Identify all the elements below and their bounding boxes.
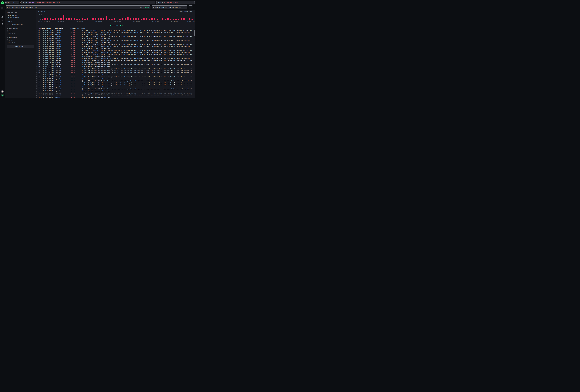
row-expand-chevron-icon[interactable] <box>36 60 37 61</box>
row-expand-chevron-icon[interactable] <box>36 40 37 41</box>
table-row[interactable]: Jun 11 1:55:51.448 PMpaymenterrorVisa ca… <box>36 74 193 76</box>
table-row[interactable]: Jun 11 1:56:42.995 PMpaymenterrorVisa ca… <box>36 37 193 39</box>
table-row[interactable]: Jun 11 1:55:59.767 PMfrontenderror× {"co… <box>36 68 193 70</box>
row-expand-chevron-icon[interactable] <box>36 72 37 73</box>
row-expand-chevron-icon[interactable] <box>36 48 37 49</box>
query-language-toggle[interactable]: SQL | Lucene <box>140 6 149 8</box>
mode-results-table[interactable]: Results Table <box>7 14 34 16</box>
row-expand-chevron-icon[interactable] <box>36 62 37 63</box>
language-option-sql[interactable]: SQL <box>140 6 142 8</box>
row-expand-chevron-icon[interactable] <box>36 82 37 83</box>
table-row[interactable]: Jun 11 1:54:52.241 PMpaymenterrorVisa ca… <box>36 96 193 98</box>
table-row[interactable]: Jun 11 1:56:51.980 PMfrontenderror{"code… <box>36 31 193 33</box>
app-logo-icon[interactable] <box>1 1 3 4</box>
table-row[interactable]: Jun 11 1:55:16.300 PMfrontenderror{"code… <box>36 88 193 90</box>
dashboards-icon[interactable] <box>1 26 3 28</box>
help-button[interactable]: ? <box>1 90 4 93</box>
row-expand-chevron-icon[interactable] <box>36 56 37 57</box>
column-timestamp[interactable]: Timestamp (Local) <box>38 28 55 29</box>
source-settings-gear-icon[interactable]: ⚙ <box>20 1 21 4</box>
row-expand-chevron-icon[interactable] <box>36 52 37 53</box>
order-by-input[interactable]: ORDER BY TimestampTime DESC <box>156 1 195 4</box>
column-options-icon[interactable]: ⁞ <box>193 27 195 29</box>
table-row[interactable]: Jun 11 1:55:16.296 PMpaymenterrorVisa ca… <box>36 86 193 88</box>
row-expand-chevron-icon[interactable] <box>36 91 37 92</box>
row-expand-chevron-icon[interactable] <box>36 42 37 43</box>
load-more-severitytext[interactable]: Load more <box>7 33 34 35</box>
column-servicename[interactable]: ServiceName <box>55 28 71 29</box>
table-row[interactable]: Jun 11 1:56:38.542 PMfrontenderror× {"co… <box>36 43 193 45</box>
row-expand-chevron-icon[interactable] <box>36 76 37 77</box>
table-row[interactable]: Jun 11 1:56:03.248 PMpaymenterrorVisa ca… <box>36 62 193 64</box>
row-expand-chevron-icon[interactable] <box>36 80 37 81</box>
row-expand-chevron-icon[interactable] <box>36 34 37 35</box>
language-option-lucene[interactable]: Lucene <box>145 6 149 8</box>
row-expand-chevron-icon[interactable] <box>36 66 37 67</box>
filter-option-checkout[interactable]: checkout <box>7 39 34 41</box>
table-row[interactable]: Jun 11 1:56:38.534 PMpaymenterrorVisa ca… <box>36 41 193 43</box>
chart-explorer-icon[interactable] <box>1 20 3 21</box>
row-expand-chevron-icon[interactable] <box>36 36 37 37</box>
table-row[interactable]: Jun 11 1:55:59.765 PMfrontenderror{"code… <box>36 70 193 72</box>
search-input[interactable] <box>7 6 139 8</box>
table-row[interactable]: Jun 11 1:56:03.252 PMfrontenderror{"code… <box>36 64 193 66</box>
row-expand-chevron-icon[interactable] <box>36 46 37 47</box>
select-columns-input[interactable]: SELECT Timestamp,ServiceName,SeverityTex… <box>21 1 155 4</box>
filter-group-header[interactable]: ServiceName <box>7 36 34 38</box>
denoise-checkbox[interactable] <box>7 24 8 25</box>
row-expand-chevron-icon[interactable] <box>36 44 37 45</box>
filter-checkbox[interactable] <box>7 30 8 32</box>
row-expand-chevron-icon[interactable] <box>36 32 37 33</box>
table-row[interactable]: Jun 11 1:56:51.982 PMfrontenderror× {"co… <box>36 29 193 31</box>
row-expand-chevron-icon[interactable] <box>36 50 37 51</box>
row-expand-chevron-icon[interactable] <box>36 74 37 75</box>
table-row[interactable]: Jun 11 1:55:59.760 PMpaymenterrorVisa ca… <box>36 66 193 68</box>
table-row[interactable]: Jun 11 1:56:51.975 PMpaymenterrorVisa ca… <box>36 33 193 35</box>
filter-option-info[interactable]: info <box>7 30 34 32</box>
table-row[interactable]: Jun 11 1:56:32.849 PMfrontenderror× {"co… <box>36 49 193 51</box>
row-expand-chevron-icon[interactable] <box>36 95 37 96</box>
row-expand-chevron-icon[interactable] <box>36 68 37 69</box>
table-row[interactable]: Jun 11 1:56:43.001 PMfrontenderror× {"co… <box>36 35 193 37</box>
event-feed-icon[interactable] <box>1 16 3 18</box>
user-avatar[interactable]: U <box>1 94 4 97</box>
row-expand-chevron-icon[interactable] <box>36 87 37 87</box>
resume-live-tail-button[interactable]: Resume Live Tail <box>107 25 124 27</box>
table-row[interactable]: Jun 11 1:56:42.999 PMfrontenderror{"code… <box>36 39 193 41</box>
filter-group-header[interactable]: SeverityText <box>7 27 34 29</box>
filter-checkbox[interactable] <box>7 39 8 41</box>
client-sessions-icon[interactable] <box>1 23 3 25</box>
table-row[interactable]: Jun 11 1:56:38.540 PMfrontenderror{"code… <box>36 46 193 48</box>
row-expand-chevron-icon[interactable] <box>36 93 37 94</box>
table-row[interactable]: Jun 11 1:56:08.955 PMfrontenderror{"code… <box>36 58 193 60</box>
table-row[interactable]: Jun 11 1:56:32.843 PMpaymenterrorVisa ca… <box>36 48 193 49</box>
table-row[interactable]: Jun 11 1:56:08.956 PMfrontenderror× {"co… <box>36 54 193 56</box>
table-row[interactable]: Jun 11 1:55:51.454 PMfrontenderror× {"co… <box>36 76 193 78</box>
table-row[interactable]: Jun 11 1:55:07.841 PMfrontenderror× {"co… <box>36 92 193 94</box>
time-range-picker[interactable]: Jun 11 13:41:52 - Jun 11 13:56:52 <box>152 5 187 9</box>
sidebar-toggle-icon[interactable] <box>1 7 3 9</box>
row-expand-chevron-icon[interactable] <box>36 78 37 79</box>
vertical-scrollbar[interactable] <box>194 30 195 36</box>
row-expand-chevron-icon[interactable] <box>36 89 37 89</box>
column-body[interactable]: Body <box>82 28 193 29</box>
results-histogram[interactable]: Jun 11 1:41:45 PM1:44:00 PM1:45:45 PM1:4… <box>41 14 193 20</box>
table-row[interactable]: Jun 11 1:55:51.452 PMfrontenderror{"code… <box>36 72 193 74</box>
table-row[interactable]: Jun 11 1:55:39.330 PMfrontenderror{"code… <box>36 80 193 82</box>
row-expand-chevron-icon[interactable] <box>36 58 37 59</box>
row-expand-chevron-icon[interactable] <box>36 64 37 65</box>
row-expand-chevron-icon[interactable] <box>36 84 37 85</box>
source-select[interactable]: Demo Logs <box>4 1 19 4</box>
mode-event-patterns[interactable]: Event Patterns <box>7 16 34 19</box>
row-expand-chevron-icon[interactable] <box>36 30 37 31</box>
row-expand-chevron-icon[interactable] <box>36 54 37 55</box>
denoise-results-toggle[interactable]: Denoise Results <box>7 24 34 26</box>
run-query-button[interactable] <box>189 5 193 9</box>
load-more-servicename[interactable]: Load more <box>7 42 34 44</box>
row-expand-chevron-icon[interactable] <box>36 97 37 98</box>
row-expand-chevron-icon[interactable] <box>36 38 37 39</box>
table-row[interactable]: Jun 11 1:55:07.835 PMfrontenderror{"code… <box>36 94 193 96</box>
column-severitytext[interactable]: SeverityText <box>71 28 82 29</box>
table-row[interactable]: Jun 11 1:55:07.827 PMpaymenterrorVisa ca… <box>36 90 193 92</box>
more-filters-button[interactable]: More filters <box>7 45 34 48</box>
